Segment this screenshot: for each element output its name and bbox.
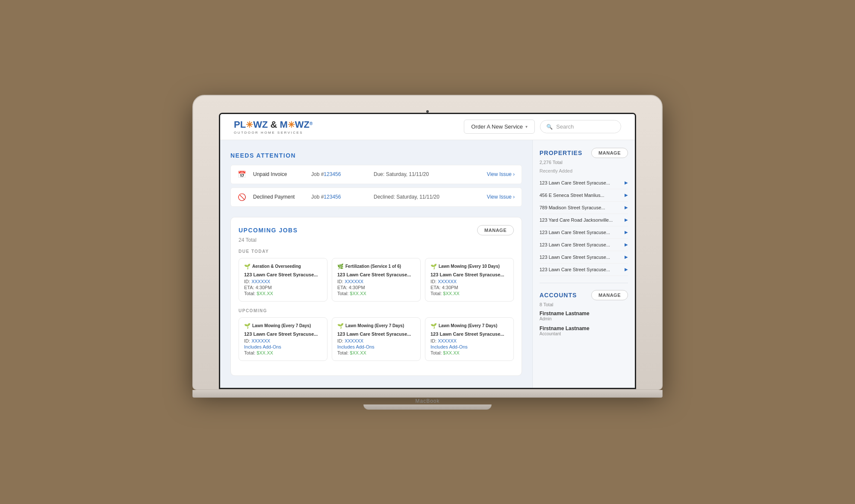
property-row-4[interactable]: 123 Lawn Care Street Syracuse... ▶ xyxy=(540,226,628,239)
chevron-down-icon: ▾ xyxy=(525,124,528,129)
property-row-3[interactable]: 123 Yard Care Road Jacksonville... ▶ xyxy=(540,214,628,226)
job-total-0: Total: $XX.XX xyxy=(244,291,322,296)
property-arrow-7: ▶ xyxy=(625,267,628,272)
properties-title: PROPERTIES xyxy=(540,149,582,156)
property-row-6[interactable]: 123 Lawn Care Street Syracuse... ▶ xyxy=(540,251,628,264)
properties-header: PROPERTIES MANAGE xyxy=(540,148,628,158)
job-address-up-0: 123 Lawn Care Street Syracuse... xyxy=(244,331,322,337)
job-card-up-0[interactable]: 🌱 Lawn Mowing (Every 7 Days) 123 Lawn Ca… xyxy=(239,317,327,361)
job-link-unpaid[interactable]: 123456 xyxy=(324,171,341,177)
search-input[interactable]: Search xyxy=(556,123,574,130)
alert-type-unpaid: Unpaid Invoice xyxy=(253,171,304,177)
job-address-0: 123 Lawn Care Street Syracuse... xyxy=(244,272,322,277)
property-row-7[interactable]: 123 Lawn Care Street Syracuse... ▶ xyxy=(540,264,628,276)
logo-text: PL✳WZ & M✳WZ® xyxy=(234,119,313,130)
property-row-1[interactable]: 456 E Seneca Street Manlius... ▶ xyxy=(540,189,628,202)
job-addons-up-2: Includes Add-Ons xyxy=(430,344,508,349)
camera-dot xyxy=(426,110,429,113)
alert-job-declined: Job #123456 xyxy=(311,194,367,200)
alert-row-unpaid: 📅 Unpaid Invoice Job #123456 Due: Saturd… xyxy=(230,165,522,184)
property-arrow-0: ▶ xyxy=(625,180,628,185)
laptop-brand-label: MacBook xyxy=(415,398,439,404)
job-address-2: 123 Lawn Care Street Syracuse... xyxy=(430,272,508,277)
service-icon-up-1: 🌱 xyxy=(337,323,344,329)
property-row-5[interactable]: 123 Lawn Care Street Syracuse... ▶ xyxy=(540,239,628,251)
view-issue-unpaid-button[interactable]: View Issue › xyxy=(487,171,515,177)
logo-owz: WZ xyxy=(295,119,310,130)
due-today-grid: 🌱 Aeration & Overseeding 123 Lawn Care S… xyxy=(239,258,514,302)
order-service-label: Order A New Service xyxy=(471,123,523,130)
property-row-2[interactable]: 789 Madison Street Syracuse... ▶ xyxy=(540,202,628,214)
nav-right: Order A New Service ▾ 🔍 Search xyxy=(464,120,621,134)
account-name-1: Firstname Lastname xyxy=(540,325,628,331)
logo-mowz: M xyxy=(280,119,287,130)
alert-date-unpaid: Due: Saturday, 11/11/20 xyxy=(374,171,480,177)
view-issue-declined-button[interactable]: View Issue › xyxy=(487,194,515,200)
needs-attention-section: NEEDS ATTENTION 📅 Unpaid Invoice Job #12… xyxy=(230,152,522,207)
account-name-0: Firstname Lastname xyxy=(540,311,628,316)
alert-date-declined: Declined: Saturday, 11/11/20 xyxy=(374,194,480,200)
accounts-count: 8 Total xyxy=(540,302,628,307)
service-icon-up-0: 🌱 xyxy=(244,323,251,329)
property-name-4: 123 Lawn Care Street Syracuse... xyxy=(540,230,625,235)
job-address-1: 123 Lawn Care Street Syracuse... xyxy=(337,272,415,277)
accounts-title: ACCOUNTS xyxy=(540,292,577,299)
job-id-up-0: ID: XXXXXX xyxy=(244,338,322,343)
logo-wz: WZ xyxy=(253,119,270,130)
job-card-up-2[interactable]: 🌱 Lawn Mowing (Every 7 Days) 123 Lawn Ca… xyxy=(425,317,514,361)
job-service-up-2: 🌱 Lawn Mowing (Every 7 Days) xyxy=(430,323,508,329)
property-row-0[interactable]: 123 Lawn Care Street Syracuse... ▶ xyxy=(540,177,628,189)
job-card-0[interactable]: 🌱 Aeration & Overseeding 123 Lawn Care S… xyxy=(239,258,327,302)
job-id-2: ID: XXXXXX xyxy=(430,279,508,284)
upcoming-jobs-header: UPCOMING JOBS MANAGE xyxy=(239,225,514,235)
account-row-0: Firstname Lastname Admin xyxy=(540,311,628,321)
service-icon-2: 🌱 xyxy=(430,264,437,270)
due-today-label: DUE TODAY xyxy=(239,249,514,254)
logo-plowz: PL xyxy=(234,119,246,130)
property-name-7: 123 Lawn Care Street Syracuse... xyxy=(540,267,625,272)
properties-count: 2,276 Total xyxy=(540,160,628,165)
job-eta-0: ETA: 4:30PM xyxy=(244,285,322,290)
job-link-declined[interactable]: 123456 xyxy=(324,194,341,200)
property-name-5: 123 Lawn Care Street Syracuse... xyxy=(540,242,625,247)
job-total-up-0: Total: $XX.XX xyxy=(244,350,322,355)
job-id-up-1: ID: XXXXXX xyxy=(337,338,415,343)
logo-star2-icon: ✳ xyxy=(288,120,295,129)
order-service-button[interactable]: Order A New Service ▾ xyxy=(464,120,535,134)
job-service-2: 🌱 Lawn Mowing (Every 10 Days) xyxy=(430,264,508,270)
job-eta-2: ETA: 4:30PM xyxy=(430,285,508,290)
laptop-body: PL✳WZ & M✳WZ® OUTDOOR HOME SERVICES Orde… xyxy=(192,95,663,390)
job-id-up-2: ID: XXXXXX xyxy=(430,338,508,343)
property-name-0: 123 Lawn Care Street Syracuse... xyxy=(540,180,625,185)
upcoming-jobs-section: UPCOMING JOBS MANAGE 24 Total DUE TODAY … xyxy=(230,217,522,376)
left-panel: NEEDS ATTENTION 📅 Unpaid Invoice Job #12… xyxy=(220,140,532,388)
job-total-2: Total: $XX.XX xyxy=(430,291,508,296)
job-service-0: 🌱 Aeration & Overseeding xyxy=(244,264,322,270)
accounts-section: ACCOUNTS MANAGE 8 Total Firstname Lastna… xyxy=(540,290,628,336)
manage-properties-button[interactable]: MANAGE xyxy=(591,148,628,158)
screen: PL✳WZ & M✳WZ® OUTDOOR HOME SERVICES Orde… xyxy=(219,113,636,389)
manage-accounts-button[interactable]: MANAGE xyxy=(591,290,628,300)
logo: PL✳WZ & M✳WZ® OUTDOOR HOME SERVICES xyxy=(234,119,313,135)
property-arrow-6: ▶ xyxy=(625,255,628,259)
property-arrow-2: ▶ xyxy=(625,205,628,210)
logo-amp: & xyxy=(270,119,280,130)
account-role-0: Admin xyxy=(540,316,628,321)
logo-tagline: OUTDOOR HOME SERVICES xyxy=(234,131,303,135)
upcoming-jobs-count: 24 Total xyxy=(239,237,514,243)
recently-added-label: Recently Added xyxy=(540,168,628,173)
job-card-2[interactable]: 🌱 Lawn Mowing (Every 10 Days) 123 Lawn C… xyxy=(425,258,514,302)
property-arrow-3: ▶ xyxy=(625,217,628,222)
needs-attention-title: NEEDS ATTENTION xyxy=(230,152,522,159)
manage-jobs-button[interactable]: MANAGE xyxy=(477,225,514,235)
search-box[interactable]: 🔍 Search xyxy=(540,120,621,133)
laptop-frame: PL✳WZ & M✳WZ® OUTDOOR HOME SERVICES Orde… xyxy=(192,95,663,410)
account-role-1: Accountant xyxy=(540,331,628,336)
job-id-0: ID: XXXXXX xyxy=(244,279,322,284)
job-address-up-2: 123 Lawn Care Street Syracuse... xyxy=(430,331,508,337)
service-icon-up-2: 🌱 xyxy=(430,323,437,329)
job-card-1[interactable]: 🌿 Fertilization (Service 1 of 6) 123 Law… xyxy=(332,258,421,302)
job-address-up-1: 123 Lawn Care Street Syracuse... xyxy=(337,331,415,337)
job-card-up-1[interactable]: 🌱 Lawn Mowing (Every 7 Days) 123 Lawn Ca… xyxy=(332,317,421,361)
upcoming-jobs-title: UPCOMING JOBS xyxy=(239,227,298,234)
